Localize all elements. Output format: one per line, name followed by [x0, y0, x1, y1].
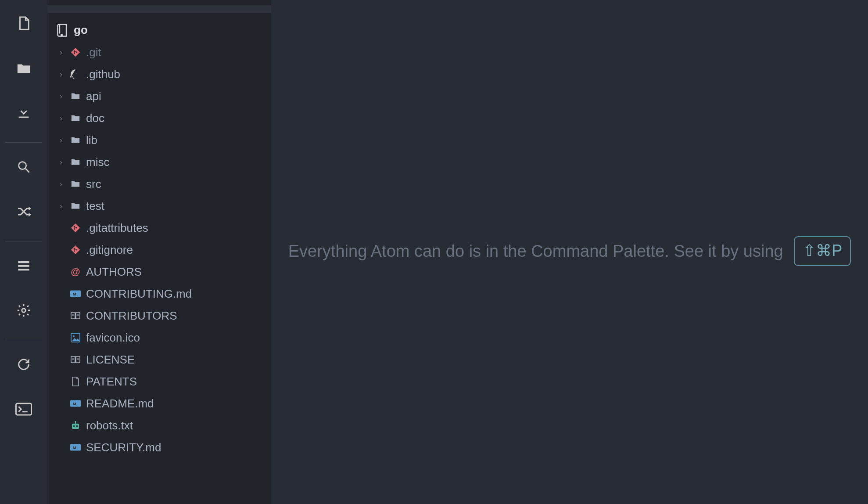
tree-item-label: api: [86, 90, 101, 103]
repo-icon: [57, 24, 68, 36]
tree-item-label: misc: [86, 155, 109, 169]
git-icon: [69, 222, 82, 234]
tree-item-label: test: [86, 199, 104, 213]
rail-settings[interactable]: [11, 299, 36, 324]
tree-container: ›.git›.github›api›doc›lib›misc›src›test›…: [47, 41, 271, 458]
svg-text:M↓: M↓: [73, 292, 78, 296]
menu-icon: [16, 258, 31, 276]
chevron-right-icon: ›: [57, 202, 65, 211]
tree-item-label: SECURITY.md: [86, 441, 161, 454]
svg-point-21: [73, 335, 75, 337]
welcome-text: Everything Atom can do is in the Command…: [288, 242, 783, 260]
folder-icon: [69, 178, 82, 190]
folder-icon: [69, 134, 82, 146]
tree-item--gitattributes[interactable]: ›.gitattributes: [47, 217, 271, 239]
file-icon: [16, 16, 31, 33]
chevron-right-icon: ›: [57, 48, 65, 57]
book-icon: [69, 310, 82, 322]
tree-item-contributing-md[interactable]: ›M↓CONTRIBUTING.md: [47, 283, 271, 305]
rail-divider: [5, 241, 42, 241]
rail-new-file[interactable]: [11, 12, 36, 37]
rail-shuffle[interactable]: [11, 201, 36, 225]
chevron-right-icon: ›: [57, 70, 65, 79]
tree-item-test[interactable]: ›test: [47, 195, 271, 217]
tree-item-contributors[interactable]: ›CONTRIBUTORS: [47, 305, 271, 327]
tree-item-label: PATENTS: [86, 375, 137, 389]
svg-text:M↓: M↓: [73, 402, 78, 406]
tree-item-label: AUTHORS: [86, 265, 142, 279]
chevron-right-icon: ›: [57, 158, 65, 167]
editor-area: Everything Atom can do is in the Command…: [271, 0, 868, 504]
reload-icon: [16, 357, 31, 374]
rail-search[interactable]: [11, 156, 36, 180]
svg-rect-4: [61, 34, 63, 36]
git-icon: [69, 244, 82, 256]
tree-item-patents[interactable]: ›PATENTS: [47, 371, 271, 392]
tree-item--github[interactable]: ›.github: [47, 63, 271, 85]
tree-item-favicon-ico[interactable]: ›favicon.ico: [47, 327, 271, 349]
svg-rect-3: [16, 403, 31, 415]
gear-icon: [16, 303, 31, 320]
image-icon: [69, 331, 82, 344]
rail-menu[interactable]: [11, 255, 36, 279]
tree-item-label: CONTRIBUTING.md: [86, 287, 192, 301]
tree-item-security-md[interactable]: ›M↓SECURITY.md: [47, 436, 271, 458]
rail-terminal[interactable]: [11, 398, 36, 423]
chevron-right-icon: ›: [57, 180, 65, 189]
shuffle-icon: [16, 204, 31, 222]
tree-item-label: .github: [86, 68, 120, 81]
tree-item-label: favicon.ico: [86, 331, 140, 345]
tree-item-authors[interactable]: ›@AUTHORS: [47, 261, 271, 283]
tree-root-label: go: [74, 23, 88, 37]
tree-item-robots-txt[interactable]: ›robots.txt: [47, 414, 271, 436]
rail-reload[interactable]: [11, 353, 36, 378]
file-tree-sidebar: go ›.git›.github›api›doc›lib›misc›src›te…: [47, 0, 271, 504]
chevron-right-icon: ›: [57, 136, 65, 145]
robot-icon: [69, 419, 82, 432]
tree-item-src[interactable]: ›src: [47, 173, 271, 195]
tree-item-label: CONTRIBUTORS: [86, 309, 177, 323]
rail-divider: [5, 340, 42, 340]
tree-item-license[interactable]: ›LICENSE: [47, 349, 271, 371]
tree-item-readme-md[interactable]: ›M↓README.md: [47, 392, 271, 414]
svg-rect-29: [73, 425, 75, 427]
tree-item-label: lib: [86, 133, 97, 147]
book-icon: [69, 353, 82, 366]
folder-icon: [69, 112, 82, 124]
folder-icon: [69, 156, 82, 168]
tree-item-misc[interactable]: ›misc: [47, 151, 271, 173]
folder-open-icon: [16, 61, 31, 78]
tree-item-api[interactable]: ›api: [47, 85, 271, 107]
sidebar-tab-strip[interactable]: [47, 5, 271, 13]
chevron-right-icon: ›: [57, 114, 65, 123]
tree-item-label: README.md: [86, 397, 154, 410]
tree-item-label: doc: [86, 112, 104, 125]
chevron-right-icon: ›: [57, 92, 65, 101]
welcome-message: Everything Atom can do is in the Command…: [288, 237, 851, 267]
tree-item-label: .gitignore: [86, 243, 133, 257]
md-icon: M↓: [69, 397, 82, 410]
tree-item-label: .gitattributes: [86, 221, 148, 235]
rail-open-folder[interactable]: [11, 57, 36, 82]
svg-rect-28: [72, 424, 79, 429]
tree-root[interactable]: go: [47, 18, 271, 41]
md-icon: M↓: [69, 441, 82, 454]
tree-item-label: src: [86, 177, 101, 191]
search-icon: [16, 159, 31, 177]
tree-item--git[interactable]: ›.git: [47, 41, 271, 63]
rail-download[interactable]: [11, 102, 36, 126]
svg-point-2: [22, 309, 26, 313]
svg-point-0: [19, 162, 26, 169]
activity-bar: [0, 0, 47, 504]
tree-item-lib[interactable]: ›lib: [47, 129, 271, 151]
download-icon: [16, 105, 31, 123]
at-icon: @: [69, 266, 82, 278]
tree-item-doc[interactable]: ›doc: [47, 107, 271, 129]
github-icon: [69, 68, 82, 80]
keyboard-shortcut: ⇧⌘P: [794, 236, 851, 266]
tree-item--gitignore[interactable]: ›.gitignore: [47, 239, 271, 261]
svg-text:M↓: M↓: [73, 446, 78, 450]
svg-line-1: [25, 169, 29, 173]
tree-item-label: LICENSE: [86, 353, 135, 367]
pagedoc-icon: [69, 375, 82, 388]
